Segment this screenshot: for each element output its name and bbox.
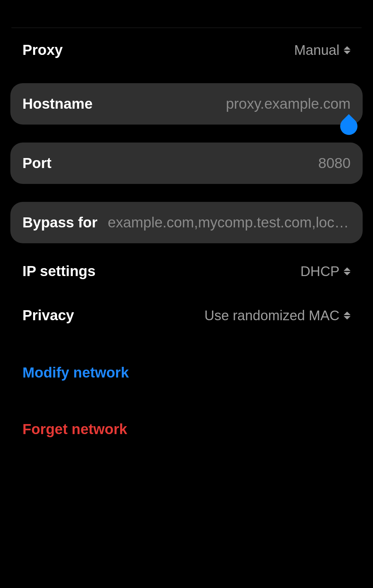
chevron-updown-icon [344, 267, 351, 275]
chevron-updown-icon [344, 46, 351, 54]
privacy-value: Use randomized MAC [204, 308, 339, 323]
hostname-input[interactable] [99, 96, 351, 112]
proxy-label: Proxy [22, 42, 63, 58]
privacy-label: Privacy [22, 307, 74, 324]
bypass-label: Bypass for [22, 214, 97, 231]
bypass-input-card[interactable]: Bypass for example.com,mycomp.test.com,l… [10, 202, 363, 243]
proxy-value-group: Manual [294, 42, 351, 58]
chevron-updown-icon [344, 312, 351, 320]
hostname-input-card[interactable]: Hostname [10, 83, 363, 125]
hostname-label: Hostname [22, 96, 93, 112]
proxy-value: Manual [294, 42, 339, 58]
settings-container: Proxy Manual Hostname Port Bypass for ex… [0, 28, 373, 451]
privacy-value-group: Use randomized MAC [204, 308, 351, 323]
proxy-setting-row[interactable]: Proxy Manual [10, 28, 363, 72]
privacy-row[interactable]: Privacy Use randomized MAC [10, 293, 363, 337]
bypass-placeholder-text: example.com,mycomp.test.com,localhost [108, 214, 351, 231]
ip-settings-value-group: DHCP [300, 264, 351, 279]
modify-network-button[interactable]: Modify network [10, 351, 363, 394]
port-label: Port [22, 155, 51, 172]
forget-network-button[interactable]: Forget network [10, 408, 363, 451]
ip-settings-label: IP settings [22, 263, 96, 280]
port-input[interactable] [58, 155, 351, 172]
ip-settings-value: DHCP [300, 264, 339, 279]
port-input-card[interactable]: Port [10, 143, 363, 184]
ip-settings-row[interactable]: IP settings DHCP [10, 249, 363, 293]
